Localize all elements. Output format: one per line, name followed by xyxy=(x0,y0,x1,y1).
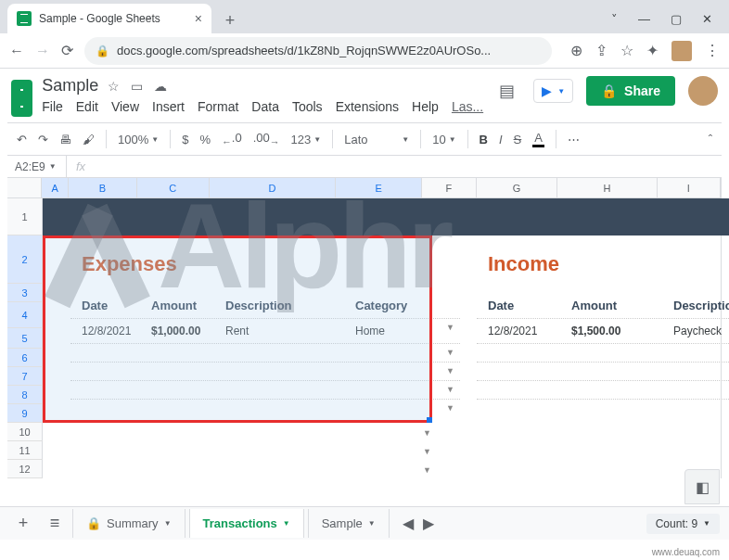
strikethrough-button[interactable]: S xyxy=(514,133,522,146)
present-button[interactable]: ▶ ▼ xyxy=(533,79,573,103)
row-header[interactable]: 9 xyxy=(7,404,43,423)
col-header[interactable]: I xyxy=(658,178,721,197)
dropdown-icon[interactable]: ▼ xyxy=(446,348,454,357)
undo-button[interactable]: ↶ xyxy=(17,133,27,146)
minimize-button[interactable]: — xyxy=(638,12,650,26)
col-header[interactable]: G xyxy=(477,178,558,197)
cell-category: Home xyxy=(355,325,449,337)
account-avatar[interactable] xyxy=(688,76,718,106)
scroll-right-button[interactable]: ▶ xyxy=(423,515,434,532)
paint-format-button[interactable]: 🖌 xyxy=(83,133,95,146)
row-header[interactable]: 1 xyxy=(7,198,43,235)
close-window-button[interactable]: ✕ xyxy=(702,12,712,26)
bookmark-icon[interactable]: ☆ xyxy=(620,42,633,59)
zoom-select[interactable]: 100% ▼ xyxy=(118,133,159,146)
dropdown-icon[interactable]: ▼ xyxy=(446,366,454,375)
col-header[interactable]: B xyxy=(69,178,136,197)
sheet-tab-summary[interactable]: 🔒 Summary ▼ xyxy=(72,509,185,538)
row-header[interactable]: 8 xyxy=(7,386,43,404)
font-size-select[interactable]: 10 ▼ xyxy=(432,133,455,146)
dropdown-icon[interactable]: ▼ xyxy=(446,323,454,332)
sheet-tab-transactions[interactable]: Transactions ▼ xyxy=(189,509,304,538)
reload-button[interactable]: ⟳ xyxy=(61,42,73,59)
row-header[interactable]: 11 xyxy=(7,441,43,460)
cloud-icon[interactable]: ☁ xyxy=(154,79,167,94)
maximize-button[interactable]: ▢ xyxy=(671,12,682,26)
menu-insert[interactable]: Insert xyxy=(152,99,185,114)
share-url-icon[interactable]: ⇪ xyxy=(595,42,608,59)
select-all-corner[interactable] xyxy=(7,178,42,197)
row-header[interactable]: 12 xyxy=(7,460,43,478)
chrome-menu-icon[interactable]: ⋮ xyxy=(705,42,720,59)
url-input[interactable]: 🔒 docs.google.com/spreadsheets/d/1kZ8Nb_… xyxy=(84,37,552,65)
chevron-down-icon[interactable]: ˅ xyxy=(611,12,618,26)
increase-decimal-button[interactable]: .00→ xyxy=(253,131,280,147)
row-header[interactable]: 10 xyxy=(7,423,43,441)
col-header[interactable]: A xyxy=(42,178,69,197)
document-title[interactable]: Sample xyxy=(42,76,98,95)
menu-data[interactable]: Data xyxy=(251,99,279,114)
col-header[interactable]: H xyxy=(557,178,657,197)
col-header[interactable]: D xyxy=(210,178,337,197)
menu-format[interactable]: Format xyxy=(198,99,238,114)
currency-button[interactable]: $ xyxy=(182,133,188,146)
menu-edit[interactable]: Edit xyxy=(76,99,98,114)
menu-help[interactable]: Help xyxy=(412,99,439,114)
percent-button[interactable]: % xyxy=(199,133,211,146)
forward-button[interactable]: → xyxy=(35,43,50,59)
menu-tools[interactable]: Tools xyxy=(292,99,323,114)
decrease-decimal-button[interactable]: ←.0 xyxy=(222,131,242,147)
selection-count[interactable]: Count: 9 ▼ xyxy=(646,514,720,534)
browser-tab[interactable]: Sample - Google Sheets × xyxy=(7,4,211,33)
profile-avatar[interactable] xyxy=(671,41,692,61)
last-edit-link[interactable]: Las... xyxy=(452,99,483,114)
dropdown-icon[interactable]: ▼ xyxy=(446,403,454,413)
new-tab-button[interactable]: + xyxy=(217,7,243,33)
star-icon[interactable]: ☆ xyxy=(108,79,120,94)
dropdown-icon[interactable]: ▼ xyxy=(423,465,715,475)
redo-button[interactable]: ↷ xyxy=(38,133,48,146)
move-icon[interactable]: ▭ xyxy=(131,79,143,94)
print-button[interactable]: 🖶 xyxy=(59,133,71,146)
col-header[interactable]: C xyxy=(137,178,210,197)
col-header[interactable]: E xyxy=(336,178,422,197)
explore-button[interactable]: ◧ xyxy=(684,469,720,504)
text-color-button[interactable]: A xyxy=(532,131,544,147)
all-sheets-button[interactable]: ≡ xyxy=(41,510,69,538)
comments-button[interactable]: ▤ xyxy=(492,77,520,105)
add-sheet-button[interactable]: + xyxy=(9,510,37,538)
selection-handle[interactable] xyxy=(427,417,432,423)
dropdown-icon[interactable]: ▼ xyxy=(423,447,715,456)
sheet-tab-sample[interactable]: Sample ▼ xyxy=(308,509,390,538)
more-toolbar-button[interactable]: ⋯ xyxy=(568,133,580,146)
cell-area[interactable]: Expenses Date Amount Description Categor… xyxy=(43,198,721,478)
extensions-icon[interactable]: ✦ xyxy=(646,42,659,59)
font-select[interactable]: Lato ▼ xyxy=(344,133,409,146)
menu-file[interactable]: File xyxy=(42,99,63,114)
more-formats-button[interactable]: 123▼ xyxy=(291,133,322,146)
row-header[interactable]: 7 xyxy=(7,367,43,386)
share-button[interactable]: 🔒 Share xyxy=(586,76,675,106)
tab-close-icon[interactable]: × xyxy=(195,11,202,26)
spreadsheet-grid[interactable]: A B C D E F G H I 1 2 3 4 5 6 7 8 9 10 1… xyxy=(7,178,722,478)
dropdown-icon[interactable]: ▼ xyxy=(446,385,454,394)
scroll-left-button[interactable]: ◀ xyxy=(403,515,414,532)
expense-row[interactable]: 12/8/2021 $1,000.00 Rent Home ▼ xyxy=(70,318,460,343)
row-header[interactable]: 2 xyxy=(7,235,43,284)
dropdown-icon[interactable]: ▼ xyxy=(423,428,715,438)
row-header[interactable]: 4 xyxy=(7,302,43,328)
row-header[interactable]: 3 xyxy=(7,284,43,302)
row-header[interactable]: 6 xyxy=(7,349,43,367)
sheets-logo-icon[interactable] xyxy=(11,80,32,117)
zoom-icon[interactable]: ⊕ xyxy=(570,42,582,59)
col-header[interactable]: F xyxy=(422,178,477,197)
name-box[interactable]: A2:E9 ▼ xyxy=(7,156,67,177)
menu-extensions[interactable]: Extensions xyxy=(336,99,399,114)
bold-button[interactable]: B xyxy=(480,133,488,146)
row-header[interactable]: 5 xyxy=(7,328,43,349)
italic-button[interactable]: I xyxy=(499,133,503,146)
collapse-toolbar-button[interactable]: ˆ xyxy=(709,133,712,146)
menu-view[interactable]: View xyxy=(111,99,139,114)
income-row[interactable]: 12/8/2021 $1,500.00 Paycheck xyxy=(477,318,729,343)
back-button[interactable]: ← xyxy=(9,43,24,59)
